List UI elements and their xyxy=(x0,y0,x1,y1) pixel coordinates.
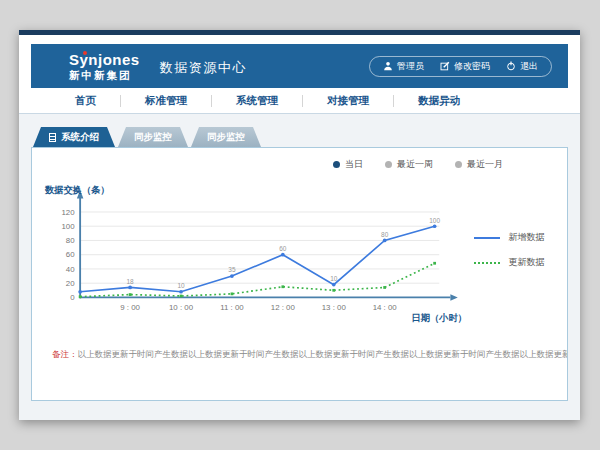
range-option-last-week[interactable]: 最近一周 xyxy=(385,158,433,171)
svg-text:120: 120 xyxy=(61,208,75,217)
content-area: 系统介绍 同步监控 同步监控 当日 最近一周 xyxy=(19,114,580,420)
admin-user-label: 管理员 xyxy=(397,60,424,73)
logout-label: 退出 xyxy=(520,60,538,73)
footnote-prefix: 备注： xyxy=(52,349,78,359)
svg-text:80: 80 xyxy=(66,236,75,245)
legend-line-sample xyxy=(474,262,500,264)
nav-item-home[interactable]: 首页 xyxy=(51,94,120,108)
svg-text:18: 18 xyxy=(127,278,135,285)
nav-item-interface-mgmt[interactable]: 对接管理 xyxy=(303,94,393,108)
svg-text:10 : 00: 10 : 00 xyxy=(169,303,194,312)
user-icon xyxy=(383,61,393,71)
tab-sync-monitor-2[interactable]: 同步监控 xyxy=(191,127,261,147)
company-logo: Synjones 新中新集团 xyxy=(69,52,140,81)
svg-text:35: 35 xyxy=(228,266,236,273)
power-icon xyxy=(506,61,516,71)
line-chart: 0204060801001209 : 0010 : 0011 : 0012 : … xyxy=(32,173,474,333)
range-option-last-month-label: 最近一月 xyxy=(467,158,503,171)
svg-text:10: 10 xyxy=(177,282,185,289)
chart-row: 0204060801001209 : 0010 : 0011 : 0012 : … xyxy=(32,173,567,333)
tab-system-intro[interactable]: 系统介绍 xyxy=(33,127,115,147)
tab-sync-monitor-1[interactable]: 同步监控 xyxy=(118,127,188,147)
tab-system-intro-label: 系统介绍 xyxy=(61,131,99,144)
legend-label: 新增数据 xyxy=(508,231,544,244)
tab-bar: 系统介绍 同步监控 同步监控 xyxy=(33,127,568,147)
svg-text:100: 100 xyxy=(429,217,440,224)
svg-text:100: 100 xyxy=(61,222,75,231)
nav-item-standard-mgmt[interactable]: 标准管理 xyxy=(121,94,211,108)
svg-text:11 : 00: 11 : 00 xyxy=(220,303,244,312)
svg-text:数据交换（条）: 数据交换（条） xyxy=(44,184,110,195)
app-header: Synjones 新中新集团 数据资源中心 管理员 修改密码 退出 xyxy=(31,44,568,88)
legend-item-new-data: 新增数据 xyxy=(474,231,567,244)
nav-item-data-change[interactable]: 数据异动 xyxy=(394,94,484,108)
admin-user-button[interactable]: 管理员 xyxy=(383,60,424,73)
change-password-button[interactable]: 修改密码 xyxy=(440,60,490,73)
logout-button[interactable]: 退出 xyxy=(506,60,538,73)
range-option-last-month[interactable]: 最近一月 xyxy=(455,158,503,171)
edit-icon xyxy=(440,61,450,71)
document-icon xyxy=(49,133,56,142)
legend-label: 更新数据 xyxy=(508,256,544,269)
range-option-today-label: 当日 xyxy=(345,158,363,171)
logo-text: Synjones xyxy=(69,52,140,67)
logo-subtitle: 新中新集团 xyxy=(69,70,140,81)
legend-line-sample xyxy=(474,237,500,239)
change-password-label: 修改密码 xyxy=(454,60,490,73)
footnote-text: 以上数据更新于时间产生数据以上数据更新于时间产生数据以上数据更新于时间产生数据以… xyxy=(78,349,568,359)
svg-text:9 : 00: 9 : 00 xyxy=(120,303,140,312)
chart-panel: 当日 最近一周 最近一月 0204060801001209 : 0010 : 0… xyxy=(31,147,568,401)
footnote: 备注：以上数据更新于时间产生数据以上数据更新于时间产生数据以上数据更新于时间产生… xyxy=(32,349,567,361)
svg-text:80: 80 xyxy=(381,231,389,238)
radio-icon xyxy=(455,161,462,168)
svg-text:40: 40 xyxy=(66,265,75,274)
tab-sync-monitor-1-label: 同步监控 xyxy=(134,131,172,144)
page-title: 数据资源中心 xyxy=(160,59,247,77)
svg-text:60: 60 xyxy=(66,250,75,259)
radio-icon xyxy=(385,161,392,168)
svg-text:60: 60 xyxy=(279,245,287,252)
logo-red-dot-icon xyxy=(83,51,87,55)
user-actions: 管理员 修改密码 退出 xyxy=(369,56,552,77)
nav-item-system-mgmt[interactable]: 系统管理 xyxy=(212,94,302,108)
svg-text:10: 10 xyxy=(330,275,338,282)
legend-item-updated-data: 更新数据 xyxy=(474,256,567,269)
tab-sync-monitor-2-label: 同步监控 xyxy=(207,131,245,144)
svg-text:20: 20 xyxy=(66,279,75,288)
app-window: Synjones 新中新集团 数据资源中心 管理员 修改密码 退出 xyxy=(19,30,580,420)
svg-text:13 : 00: 13 : 00 xyxy=(322,303,347,312)
svg-text:12 : 00: 12 : 00 xyxy=(271,303,296,312)
main-nav: 首页 标准管理 系统管理 对接管理 数据异动 xyxy=(19,88,580,114)
svg-text:14 : 00: 14 : 00 xyxy=(373,303,398,312)
range-filter: 当日 最近一周 最近一月 xyxy=(32,158,503,171)
svg-text:0: 0 xyxy=(70,293,75,302)
radio-icon xyxy=(333,161,340,168)
range-option-last-week-label: 最近一周 xyxy=(397,158,433,171)
range-option-today[interactable]: 当日 xyxy=(333,158,363,171)
chart-legend: 新增数据 更新数据 xyxy=(474,173,567,333)
header-wrap: Synjones 新中新集团 数据资源中心 管理员 修改密码 退出 xyxy=(19,35,580,88)
svg-text:日期（小时）: 日期（小时） xyxy=(412,312,467,323)
